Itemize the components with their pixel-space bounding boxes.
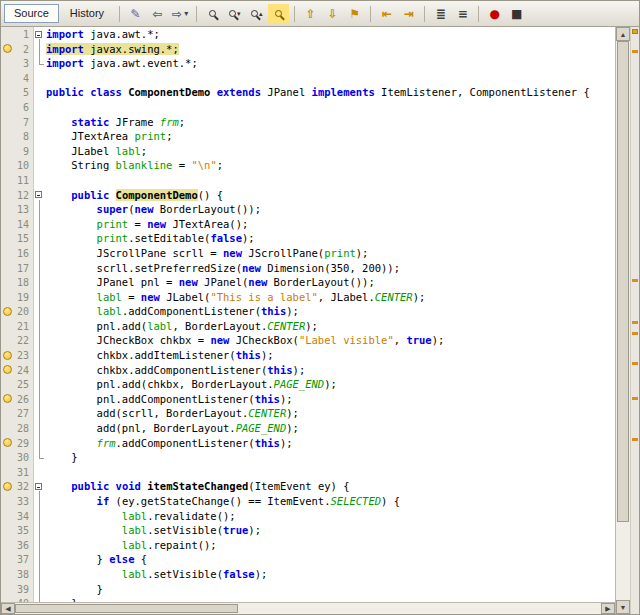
fold-toggle[interactable]	[33, 27, 46, 42]
code-text[interactable]: import java.awt.*;	[46, 27, 160, 42]
code-text[interactable]: String blankline = "\n";	[46, 158, 223, 173]
code-text[interactable]: }	[46, 582, 103, 597]
gutter-cell[interactable]: 38	[1, 567, 33, 582]
comment-button[interactable]: ≣	[430, 4, 451, 23]
code-line-34[interactable]: 34 labl.revalidate();	[1, 509, 615, 524]
shift-line-left-button[interactable]: ⇤	[376, 4, 397, 23]
code-line-33[interactable]: 33 if (ey.getStateChange() == ItemEvent.…	[1, 494, 615, 509]
code-line-27[interactable]: 27 add(scrll, BorderLayout.CENTER);	[1, 406, 615, 421]
code-line-25[interactable]: 25 pnl.add(chkbx, BorderLayout.PAGE_END)…	[1, 377, 615, 392]
scroll-left-button[interactable]: ◀	[1, 603, 15, 614]
collapse-icon[interactable]	[35, 31, 42, 38]
code-line-9[interactable]: 9 JLabel labl;	[1, 144, 615, 159]
code-line-17[interactable]: 17 scrll.setPreferredSize(new Dimension(…	[1, 261, 615, 276]
warning-icon[interactable]	[3, 394, 12, 403]
code-text[interactable]: labl = new JLabel("This is a label", JLa…	[46, 290, 425, 305]
gutter-cell[interactable]: 16	[1, 246, 33, 261]
scroll-up-button[interactable]: ▲	[616, 27, 630, 41]
stop-macro-recording-button[interactable]: ■	[506, 4, 527, 23]
gutter-cell[interactable]: 25	[1, 377, 33, 392]
last-edit-button[interactable]: ✎	[125, 4, 146, 23]
gutter-cell[interactable]: 19	[1, 290, 33, 305]
code-text[interactable]: pnl.add(labl, BorderLayout.CENTER);	[46, 319, 318, 334]
horizontal-scroll-thumb[interactable]	[15, 604, 238, 613]
gutter-cell[interactable]: 21	[1, 319, 33, 334]
gutter-cell[interactable]: 32	[1, 479, 33, 494]
code-text[interactable]: print = new JTextArea();	[46, 217, 248, 232]
start-macro-recording-button[interactable]: ●	[484, 4, 505, 23]
gutter-cell[interactable]: 13	[1, 202, 33, 217]
code-line-6[interactable]: 6	[1, 100, 615, 115]
code-line-19[interactable]: 19 labl = new JLabel("This is a label", …	[1, 290, 615, 305]
code-text[interactable]: static JFrame frm;	[46, 115, 185, 130]
code-line-35[interactable]: 35 labl.setVisible(true);	[1, 523, 615, 538]
warning-mark[interactable]	[632, 362, 638, 365]
warning-icon[interactable]	[3, 307, 12, 316]
code-line-3[interactable]: 3import java.awt.event.*;	[1, 56, 615, 71]
toggle-bookmark-button[interactable]: ⚑	[344, 4, 365, 23]
code-text[interactable]: labl.setVisible(false);	[46, 567, 267, 582]
code-text[interactable]: add(pnl, BorderLayout.PAGE_END);	[46, 421, 299, 436]
code-line-11[interactable]: 11	[1, 173, 615, 188]
code-line-2[interactable]: 2import javax.swing.*;	[1, 42, 615, 57]
gutter-cell[interactable]: 3	[1, 56, 33, 71]
find-selection-button[interactable]	[202, 4, 223, 23]
gutter-cell[interactable]: 33	[1, 494, 33, 509]
jump-forward-button[interactable]: ⇨▾	[169, 4, 191, 23]
code-text[interactable]: JCheckBox chkbx = new JCheckBox("Label v…	[46, 333, 444, 348]
tab-history[interactable]: History	[60, 4, 114, 23]
code-text[interactable]: }	[46, 450, 78, 465]
gutter-cell[interactable]: 28	[1, 421, 33, 436]
shift-line-right-button[interactable]: ⇥	[398, 4, 419, 23]
code-line-26[interactable]: 26 pnl.addComponentListener(this);	[1, 392, 615, 407]
code-line-30[interactable]: 30 }	[1, 450, 615, 465]
gutter-cell[interactable]: 15	[1, 231, 33, 246]
code-text[interactable]: chkbx.addComponentListener(this);	[46, 363, 305, 378]
gutter-cell[interactable]: 24	[1, 363, 33, 378]
gutter-cell[interactable]: 37	[1, 552, 33, 567]
code-line-15[interactable]: 15 print.setEditable(false);	[1, 231, 615, 246]
code-line-13[interactable]: 13 super(new BorderLayout());	[1, 202, 615, 217]
toggle-highlight-search-button[interactable]	[268, 4, 289, 23]
gutter-cell[interactable]: 4	[1, 71, 33, 86]
vertical-scroll-thumb[interactable]	[617, 41, 629, 522]
gutter-cell[interactable]: 14	[1, 217, 33, 232]
code-text[interactable]: public void itemStateChanged(ItemEvent e…	[46, 479, 350, 494]
code-text[interactable]: public ComponentDemo() {	[46, 188, 223, 203]
code-line-22[interactable]: 22 JCheckBox chkbx = new JCheckBox("Labe…	[1, 333, 615, 348]
code-line-18[interactable]: 18 JPanel pnl = new JPanel(new BorderLay…	[1, 275, 615, 290]
code-text[interactable]: labl.revalidate();	[46, 509, 236, 524]
code-line-4[interactable]: 4	[1, 71, 615, 86]
gutter-cell[interactable]: 20	[1, 304, 33, 319]
warning-icon[interactable]	[3, 365, 12, 374]
gutter-cell[interactable]: 22	[1, 333, 33, 348]
fold-toggle[interactable]	[33, 479, 46, 494]
code-line-38[interactable]: 38 labl.setVisible(false);	[1, 567, 615, 582]
code-line-16[interactable]: 16 JScrollPane scrll = new JScrollPane(p…	[1, 246, 615, 261]
gutter-cell[interactable]: 5	[1, 85, 33, 100]
error-stripe-status[interactable]	[632, 29, 638, 34]
gutter-cell[interactable]: 11	[1, 173, 33, 188]
warning-mark[interactable]	[632, 397, 638, 400]
code-line-5[interactable]: 5public class ComponentDemo extends JPan…	[1, 85, 615, 100]
code-text[interactable]: labl.addComponentListener(this);	[46, 304, 299, 319]
code-text[interactable]: super(new BorderLayout());	[46, 202, 261, 217]
next-bookmark-button[interactable]: ⇩	[322, 4, 343, 23]
code-lines[interactable]: 1import java.awt.*;2import javax.swing.*…	[1, 27, 615, 602]
jump-back-button[interactable]: ⇦	[147, 4, 168, 23]
warning-mark[interactable]	[632, 332, 638, 335]
code-line-36[interactable]: 36 labl.repaint();	[1, 538, 615, 553]
code-text[interactable]: labl.repaint();	[46, 538, 217, 553]
gutter-cell[interactable]: 18	[1, 275, 33, 290]
code-text[interactable]: pnl.addComponentListener(this);	[46, 392, 293, 407]
code-line-10[interactable]: 10 String blankline = "\n";	[1, 158, 615, 173]
horizontal-scrollbar[interactable]: ◀ ▶	[1, 602, 615, 614]
code-text[interactable]: JLabel labl;	[46, 144, 147, 159]
collapse-icon[interactable]	[35, 191, 42, 198]
gutter-cell[interactable]: 10	[1, 158, 33, 173]
code-text[interactable]: if (ey.getStateChange() == ItemEvent.SEL…	[46, 494, 400, 509]
vertical-scroll-track[interactable]	[616, 41, 630, 600]
warning-icon[interactable]	[3, 482, 12, 491]
code-line-21[interactable]: 21 pnl.add(labl, BorderLayout.CENTER);	[1, 319, 615, 334]
gutter-cell[interactable]: 39	[1, 582, 33, 597]
